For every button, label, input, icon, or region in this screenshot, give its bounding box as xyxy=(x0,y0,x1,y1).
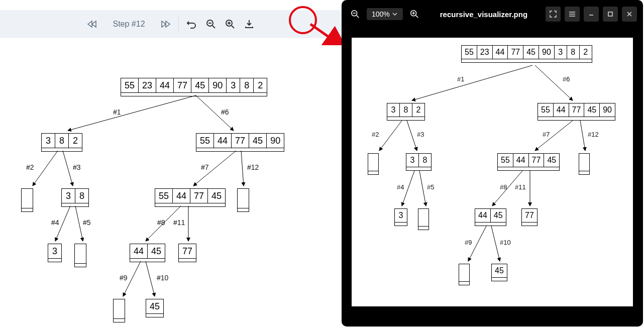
viewer-zoom-out-button[interactable] xyxy=(348,7,363,22)
undo-button[interactable] xyxy=(184,16,200,32)
svg-line-1 xyxy=(212,26,215,28)
viewer-zoom-value: 100% xyxy=(372,10,390,18)
svg-line-33 xyxy=(535,65,573,100)
svg-line-24 xyxy=(416,16,418,18)
visualizer-canvas: 552344774590382 #1 #6 382 5544774590 #2 … xyxy=(0,45,342,326)
edge-label: #1 xyxy=(113,108,121,116)
node-77: 77 xyxy=(178,244,196,262)
edge-label: #6 xyxy=(221,108,229,116)
viewer-menu-button[interactable] xyxy=(565,7,580,22)
chevron-down-icon xyxy=(392,12,398,17)
download-button[interactable] xyxy=(241,16,257,32)
svg-line-10 xyxy=(33,151,58,186)
edge-label: #9 xyxy=(120,274,128,282)
svg-line-32 xyxy=(412,65,532,100)
viewer-fullscreen-button[interactable] xyxy=(546,7,561,22)
svg-line-21 xyxy=(357,16,359,18)
node-45: 45 xyxy=(146,299,164,317)
viewer-close-button[interactable] xyxy=(622,7,637,22)
svg-line-13 xyxy=(241,151,244,186)
node-3: 3 xyxy=(48,244,62,262)
step-display: Step #12 xyxy=(103,20,154,29)
node-empty xyxy=(21,188,33,212)
node-empty xyxy=(74,244,86,267)
zoom-in-button[interactable] xyxy=(222,16,238,32)
node-55447745: 55447745 xyxy=(155,188,226,207)
svg-rect-31 xyxy=(608,12,612,16)
viewer-image-content: 552344774590382 #1 #6 382 5544774590 #2 … xyxy=(352,38,633,306)
edge-label: #3 xyxy=(73,163,81,171)
viewer-zoom-dropdown[interactable]: 100% xyxy=(367,8,403,20)
svg-line-4 xyxy=(232,26,234,28)
node-right: 5544774590 xyxy=(196,133,284,152)
svg-line-8 xyxy=(68,95,196,131)
svg-line-35 xyxy=(407,121,417,151)
edge-label: #8 xyxy=(157,219,165,227)
edge-label: #2 xyxy=(26,163,34,171)
viewer-filename: recursive_visualizer.png xyxy=(440,10,527,19)
svg-line-39 xyxy=(419,171,426,206)
zoom-out-button[interactable] xyxy=(203,16,219,32)
viewer-zoom-in-button[interactable] xyxy=(407,7,422,22)
svg-line-19 xyxy=(146,261,155,296)
edge-label: #10 xyxy=(157,274,168,282)
node-38: 38 xyxy=(61,188,89,207)
svg-line-34 xyxy=(379,121,402,151)
svg-line-37 xyxy=(580,121,585,151)
viewer-maximize-button[interactable] xyxy=(603,7,618,22)
edge-label: #7 xyxy=(201,163,209,171)
visualizer-toolbar: Step #12 xyxy=(0,10,342,38)
edge-label: #4 xyxy=(51,219,59,227)
edge-label: #5 xyxy=(83,219,91,227)
edge-label: #11 xyxy=(173,219,185,227)
step-first-button[interactable] xyxy=(84,16,100,32)
step-last-button[interactable] xyxy=(157,16,173,32)
image-viewer-window: 100% recursive_visualizer.png xyxy=(342,0,643,326)
viewer-minimize-button[interactable] xyxy=(584,7,599,22)
node-empty xyxy=(237,188,249,212)
viewer-titlebar: 100% recursive_visualizer.png xyxy=(342,0,643,28)
svg-line-43 xyxy=(491,226,500,261)
svg-line-12 xyxy=(193,151,236,186)
edge-label: #12 xyxy=(247,163,259,171)
node-root: 552344774590382 xyxy=(121,78,267,96)
svg-line-15 xyxy=(75,206,83,241)
node-left: 382 xyxy=(41,133,82,152)
svg-line-11 xyxy=(63,151,73,186)
node-empty xyxy=(113,299,125,322)
svg-line-36 xyxy=(535,121,573,151)
node-4445: 4445 xyxy=(130,244,165,262)
